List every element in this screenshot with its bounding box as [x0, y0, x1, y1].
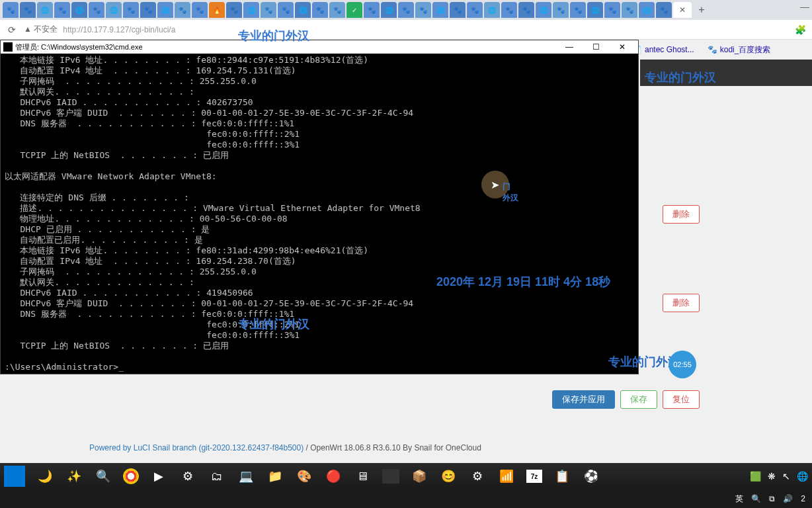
delete-button[interactable]: 删除 [663, 294, 700, 312]
browser-tab-active[interactable]: ✕ [673, 2, 692, 18]
taskbar-app[interactable]: 🎨 [295, 467, 313, 486]
taskbar-7z[interactable]: 7z [526, 470, 542, 483]
browser-tab[interactable]: 🐾 [415, 2, 431, 18]
browser-tab[interactable]: 🌐 [243, 2, 259, 18]
browser-tab[interactable]: 🌐 [71, 2, 87, 18]
browser-tab[interactable]: 🌐 [37, 2, 53, 18]
url-text[interactable]: http://10.177.9.127/cgi-bin/luci/a [63, 25, 175, 34]
browser-tab[interactable]: 🐾 [192, 2, 208, 18]
taskbar-app[interactable]: 🔴 [324, 467, 343, 486]
browser-tab[interactable]: 🐾 [89, 2, 104, 18]
taskbar-cmd[interactable] [382, 469, 399, 484]
browser-tab[interactable]: 🐾 [278, 2, 294, 18]
volume-icon[interactable]: 🔊 [783, 494, 793, 503]
taskbar-app[interactable]: ⚽ [582, 467, 600, 486]
taskbar-app[interactable]: 📋 [553, 467, 571, 486]
taskbar-app[interactable]: ⚙ [179, 467, 197, 486]
taskbar: 🌙 ✨ 🔍 ▶ ⚙ 🗂 💻 📁 🎨 🔴 🖥 📦 😊 ⚙ 📶 7z 📋 ⚽ 🟩 ❋… [0, 463, 812, 489]
taskbar-app[interactable]: 📶 [497, 467, 516, 486]
start-button[interactable] [4, 466, 25, 487]
tray-icon[interactable]: 🟩 [750, 471, 761, 482]
browser-tab[interactable]: 🐾 [656, 2, 672, 18]
browser-tab[interactable]: 🐾 [518, 2, 534, 18]
browser-tab[interactable]: 🐾 [622, 2, 637, 18]
bookmark-item[interactable]: 🐾 kodi_百度搜索 [708, 44, 771, 56]
browser-tab[interactable]: 🐾 [312, 2, 328, 18]
browser-tab[interactable]: 🐾 [175, 2, 190, 18]
browser-tab[interactable]: ✓ [346, 2, 362, 18]
taskbar-app[interactable]: 🗂 [208, 467, 226, 486]
bookmark-item[interactable]: 📄 antec Ghost... [632, 45, 694, 54]
browser-tab[interactable]: 🐾 [140, 2, 156, 18]
browser-tab[interactable]: 🐾 [450, 2, 466, 18]
bookmarks-bar: 📄 antec Ghost... 🐾 kodi_百度搜索 [627, 40, 812, 60]
save-button[interactable]: 保存 [620, 390, 657, 409]
browser-tab[interactable]: 🔥 [209, 2, 225, 18]
taskbar-app[interactable]: 🖥 [353, 467, 372, 486]
browser-tab[interactable]: 🐾 [467, 2, 483, 18]
minimize-icon[interactable]: — [800, 1, 809, 12]
clock[interactable]: 2 [801, 494, 805, 503]
browser-tab[interactable]: 🌐 [639, 2, 655, 18]
browser-tab[interactable]: 🐾 [501, 2, 517, 18]
taskbar-app[interactable]: 📁 [266, 467, 284, 486]
taskbar-app[interactable]: ✨ [65, 467, 83, 486]
cmd-titlebar[interactable]: 管理员: C:\Windows\system32\cmd.exe — ☐ ✕ [1, 40, 638, 54]
browser-tab[interactable]: 🐾 [398, 2, 414, 18]
taskbar-app[interactable]: 😊 [439, 467, 458, 486]
tray-icon[interactable]: 🌐 [797, 471, 808, 482]
taskbar-app[interactable]: 🌙 [36, 467, 54, 486]
save-apply-button[interactable]: 保存并应用 [552, 390, 615, 409]
browser-tab[interactable]: 🐾 [364, 2, 380, 18]
browser-tab[interactable]: 🐾 [3, 2, 19, 18]
taskbar-app[interactable]: 🔍 [94, 467, 112, 486]
browser-tab-strip: 🐾 🐾 🌐 🐾 🌐 🐾 🌐 🐾 🐾 🌐 🐾 🐾 🔥 🐾 🌐 🐾 🐾 🌐 🐾 🐾 … [0, 0, 812, 20]
browser-tab[interactable]: 🐾 [261, 2, 276, 18]
close-button[interactable]: ✕ [609, 40, 635, 54]
footer-link[interactable]: Powered by LuCI Snail branch (git-2020.1… [89, 443, 304, 452]
ime-indicator[interactable]: 英 [735, 493, 743, 505]
browser-tab[interactable]: 🌐 [157, 2, 173, 18]
browser-tab[interactable]: 🐾 [20, 2, 36, 18]
browser-tab[interactable]: 🌐 [484, 2, 500, 18]
browser-tab[interactable]: 🐾 [123, 2, 139, 18]
cmd-output[interactable]: 本地链接 IPv6 地址. . . . . . . . : fe80::2944… [1, 54, 638, 374]
browser-tab[interactable]: 🌐 [536, 2, 551, 18]
taskview-icon[interactable]: ⧉ [769, 494, 775, 503]
page-footer: Powered by LuCI Snail branch (git-2020.1… [89, 443, 481, 452]
taskbar-app[interactable]: 💻 [237, 467, 255, 486]
security-warning: ▲ 不安全 [24, 24, 58, 35]
extension-icon[interactable]: 🧩 [793, 23, 807, 36]
browser-tab[interactable]: 🌐 [587, 2, 603, 18]
taskbar-app[interactable]: ▶ [149, 467, 168, 486]
delete-button[interactable]: 删除 [663, 205, 700, 224]
browser-tab[interactable]: 🐾 [329, 2, 345, 18]
browser-tab[interactable]: 🌐 [295, 2, 311, 18]
browser-tab[interactable]: 🐾 [553, 2, 569, 18]
timestamp-overlay: 2020年 12月 19日 11时 4分 18秒 [436, 274, 610, 290]
reload-icon[interactable]: ⟳ [5, 23, 19, 36]
browser-tab[interactable]: 🌐 [432, 2, 448, 18]
taskbar-app[interactable]: 📦 [410, 467, 428, 486]
taskbar-chrome[interactable] [123, 468, 139, 484]
reset-button[interactable]: 复位 [663, 390, 700, 409]
new-tab-button[interactable]: + [693, 2, 710, 18]
browser-tab[interactable]: 🌐 [381, 2, 397, 18]
browser-tab[interactable]: 🐾 [226, 2, 242, 18]
system-tray: 🟩 ❋ ↖ 🌐 [750, 471, 808, 482]
tray-icon[interactable]: ↖ [782, 471, 790, 482]
luci-actions: 删除 [649, 294, 700, 312]
taskbar-secondary: 英 🔍 ⧉ 🔊 2 [0, 489, 812, 508]
browser-tab[interactable]: 🐾 [54, 2, 70, 18]
cmd-title-text: 管理员: C:\Windows\system32\cmd.exe [15, 42, 556, 52]
browser-tab[interactable]: 🐾 [604, 2, 620, 18]
time-badge: 02:55 [669, 351, 696, 378]
search-icon[interactable]: 🔍 [751, 494, 761, 503]
browser-tab[interactable]: 🐾 [570, 2, 586, 18]
cursor-label: 门 外汉 [503, 181, 518, 204]
taskbar-app[interactable]: ⚙ [468, 467, 487, 486]
minimize-button[interactable]: — [556, 40, 583, 54]
maximize-button[interactable]: ☐ [583, 40, 609, 54]
browser-tab[interactable]: 🌐 [106, 2, 122, 18]
tray-icon[interactable]: ❋ [768, 471, 776, 482]
